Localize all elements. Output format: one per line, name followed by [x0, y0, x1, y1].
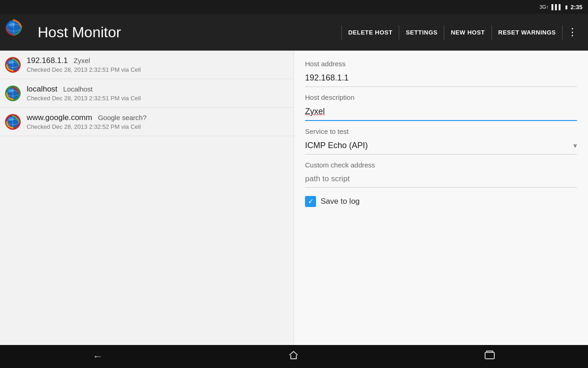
- top-bar: Host Monitor DELETE HOST SETTINGS NEW HO…: [0, 14, 588, 51]
- custom-check-input[interactable]: [305, 171, 577, 188]
- host-address-2: localhost: [27, 85, 57, 93]
- host-check-2: Checked Dec 28, 2013 2:32:51 PM via Cell: [27, 95, 289, 102]
- nav-bar: ←: [0, 345, 588, 368]
- detail-panel: Host address 192.168.1.1 Host descriptio…: [294, 51, 588, 345]
- delete-host-button[interactable]: DELETE HOST: [341, 25, 400, 40]
- host-check-3: Checked Dec 28, 2013 2:32:52 PM via Cell: [27, 123, 289, 130]
- main-content: 192.168.1.1 Zyxel Checked Dec 28, 2013 2…: [0, 51, 588, 345]
- svg-rect-21: [486, 351, 493, 352]
- list-item[interactable]: localhost Localhost Checked Dec 28, 2013…: [0, 79, 294, 108]
- host-info-3: www.google.comm Google search? Checked D…: [27, 113, 289, 130]
- list-item[interactable]: www.google.comm Google search? Checked D…: [0, 108, 294, 136]
- host-address-1: 192.168.1.1: [27, 56, 68, 65]
- host-address-label: Host address: [305, 60, 577, 68]
- more-options-button[interactable]: ⋮: [563, 23, 582, 42]
- host-icon-2: [5, 85, 21, 102]
- checkmark-icon: ✓: [308, 198, 314, 205]
- wifi-bars-icon: ▌▌▌: [552, 4, 562, 10]
- settings-button[interactable]: SETTINGS: [399, 25, 444, 40]
- app-title: Host Monitor: [38, 24, 341, 41]
- reset-warnings-button[interactable]: RESET WARNINGS: [492, 25, 563, 40]
- service-row[interactable]: ICMP Echo (API) ▾: [305, 137, 577, 155]
- back-button[interactable]: ←: [84, 349, 112, 364]
- clock: 2:35: [571, 4, 582, 11]
- signal-icon: 3G↑: [539, 4, 548, 10]
- svg-rect-20: [485, 352, 494, 359]
- host-check-1: Checked Dec 28, 2013 2:32:51 PM via Cell: [27, 66, 289, 73]
- new-host-button[interactable]: NEW HOST: [444, 25, 492, 40]
- host-icon-3: [5, 114, 21, 130]
- host-info-2: localhost Localhost Checked Dec 28, 2013…: [27, 85, 289, 102]
- save-to-log-checkbox[interactable]: ✓: [305, 196, 316, 207]
- host-icon-1: [5, 57, 21, 73]
- recents-button[interactable]: [475, 349, 504, 364]
- host-description-input[interactable]: [305, 103, 577, 121]
- home-button[interactable]: [279, 348, 308, 365]
- host-label-2: Localhost: [63, 85, 93, 93]
- host-info-1: 192.168.1.1 Zyxel Checked Dec 28, 2013 2…: [27, 56, 289, 73]
- service-value: ICMP Echo (API): [305, 141, 573, 150]
- host-list-panel: 192.168.1.1 Zyxel Checked Dec 28, 2013 2…: [0, 51, 294, 345]
- app-logo: [6, 19, 31, 45]
- service-label: Service to test: [305, 127, 577, 135]
- battery-icon: ▮: [565, 4, 568, 10]
- host-label-1: Zyxel: [74, 57, 90, 64]
- host-label-3: Google search?: [98, 114, 147, 121]
- host-description-label: Host description: [305, 93, 577, 101]
- save-to-log-label: Save to log: [321, 197, 360, 206]
- host-address-3: www.google.comm: [27, 113, 92, 122]
- list-item[interactable]: 192.168.1.1 Zyxel Checked Dec 28, 2013 2…: [0, 51, 294, 79]
- save-to-log-row: ✓ Save to log: [305, 196, 577, 207]
- status-bar: 3G↑ ▌▌▌ ▮ 2:35: [0, 0, 588, 14]
- custom-check-label: Custom check address: [305, 161, 577, 169]
- host-address-value: 192.168.1.1: [305, 69, 577, 87]
- dropdown-arrow-icon: ▾: [573, 141, 577, 150]
